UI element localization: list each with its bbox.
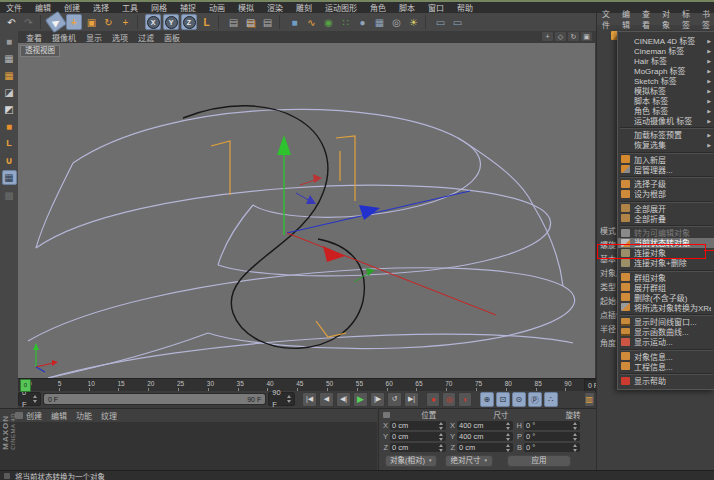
viewport-menu-item[interactable]: 过滤 bbox=[138, 32, 154, 43]
toolbar-separator[interactable] bbox=[40, 15, 44, 29]
toolbar-separator[interactable] bbox=[279, 15, 283, 29]
timeline-range-scrollbar[interactable]: 0 F 90 F bbox=[43, 393, 266, 405]
subdivision-surface-icon[interactable]: ◉ bbox=[321, 15, 336, 30]
menubar-item[interactable]: 模拟 bbox=[238, 2, 254, 13]
menu-simulation-tags[interactable]: 模拟标签 bbox=[618, 85, 714, 95]
timeline-tick[interactable]: 75 bbox=[475, 380, 505, 387]
object-mode-icon[interactable]: ■ bbox=[2, 119, 16, 133]
timeline-tick[interactable]: 55 bbox=[356, 380, 386, 387]
menubar-item[interactable]: 创建 bbox=[64, 2, 80, 13]
edge-mode-icon[interactable]: ◪ bbox=[2, 85, 16, 99]
spinner-icon[interactable] bbox=[33, 395, 37, 403]
menu-show-timeline-window[interactable]: 显示时间线窗口... bbox=[618, 317, 714, 327]
spinner-icon[interactable] bbox=[573, 444, 578, 452]
menu-unfold-all[interactable]: 全部展开 bbox=[618, 203, 714, 213]
timeline-tick[interactable]: 65 bbox=[415, 380, 445, 387]
lock-x-icon[interactable]: X bbox=[145, 14, 161, 30]
viewport-menu-item[interactable]: 查看 bbox=[26, 32, 42, 43]
menu-current-state-to-object[interactable]: 当前状态转对象 bbox=[618, 238, 714, 248]
size-mode-dropdown[interactable]: 绝对尺寸 bbox=[445, 455, 492, 467]
timeline-tick[interactable]: 85 bbox=[535, 380, 565, 387]
mograph-cloner-icon[interactable]: ∷ bbox=[338, 15, 353, 30]
object-manager-menu-item[interactable]: 对象 bbox=[662, 8, 675, 30]
last-tool-icon[interactable]: + bbox=[118, 15, 133, 30]
render-settings-icon[interactable]: ▤ bbox=[260, 15, 275, 30]
menubar-item[interactable]: 角色 bbox=[370, 2, 386, 13]
toolbar-separator[interactable] bbox=[137, 15, 141, 29]
rotation-field[interactable]: 0 ° bbox=[524, 421, 580, 430]
render-picture-viewer-icon[interactable]: ▤ bbox=[243, 15, 258, 30]
lock-z-icon[interactable]: Z bbox=[181, 14, 197, 30]
menubar-item[interactable]: 工具 bbox=[122, 2, 138, 13]
timeline-tick[interactable]: 15 bbox=[117, 380, 147, 387]
keyframe-selection-button[interactable]: ◐ bbox=[458, 392, 472, 407]
primitive-cube-icon[interactable]: ■ bbox=[287, 15, 302, 30]
spinner-icon[interactable] bbox=[506, 422, 511, 430]
timeline-tick[interactable]: 40 bbox=[266, 380, 296, 387]
timeline-tick[interactable]: 50 bbox=[326, 380, 356, 387]
menu-select-children[interactable]: 选择子级 bbox=[618, 179, 714, 189]
polygon-mode-icon[interactable]: ◩ bbox=[2, 102, 16, 116]
timeline-tick[interactable]: 10 bbox=[88, 380, 118, 387]
goto-start-button[interactable]: |◀ bbox=[302, 392, 317, 407]
size-field[interactable]: 400 cm bbox=[457, 421, 513, 430]
goto-end-button[interactable]: ▶| bbox=[404, 392, 419, 407]
position-field[interactable]: 0 cm bbox=[390, 421, 446, 430]
viewport-tab-perspective[interactable]: 透视视图 bbox=[20, 45, 60, 57]
spinner-icon[interactable] bbox=[573, 433, 578, 441]
toolbar-separator[interactable] bbox=[425, 15, 429, 29]
menu-expand-group[interactable]: 展开群组 bbox=[618, 282, 714, 292]
timeline-tick[interactable]: 30 bbox=[207, 380, 237, 387]
timeline-tick[interactable]: 80 bbox=[505, 380, 535, 387]
pan-view-icon[interactable]: + bbox=[542, 32, 553, 41]
zoom-view-icon[interactable]: ◇ bbox=[555, 32, 566, 41]
previous-frame-button[interactable]: ◀| bbox=[336, 392, 351, 407]
menu-group-objects[interactable]: 群组对象 bbox=[618, 272, 714, 282]
key-rotation-toggle[interactable]: ⊙ bbox=[512, 392, 526, 407]
key-parameter-toggle[interactable]: Ⓟ bbox=[528, 392, 542, 407]
redo-icon[interactable]: ↷ bbox=[21, 15, 36, 30]
object-manager-menu-item[interactable]: 标签 bbox=[682, 8, 695, 30]
menu-convert-to-xref[interactable]: 将所选对象转换为XRef bbox=[618, 302, 714, 312]
timeline-options-icon[interactable]: ▥ bbox=[584, 392, 595, 407]
menu-cinema4d-tags[interactable]: CINEMA 4D 标签 bbox=[618, 35, 714, 45]
render-view-icon[interactable]: ▤ bbox=[226, 15, 241, 30]
menu-set-as-root[interactable]: 设为根部 bbox=[618, 189, 714, 199]
coordinate-system-icon[interactable]: L bbox=[199, 15, 214, 30]
lock-y-icon[interactable]: Y bbox=[163, 14, 179, 30]
undo-icon[interactable]: ↶ bbox=[4, 15, 19, 30]
spline-pen-icon[interactable]: ∿ bbox=[304, 15, 319, 30]
menubar-item[interactable]: 动画 bbox=[209, 2, 225, 13]
key-position-toggle[interactable]: ⊕ bbox=[480, 392, 494, 407]
menubar-item[interactable]: 运动图形 bbox=[325, 2, 357, 13]
object-manager-menu-item[interactable]: 文件 bbox=[602, 8, 615, 30]
viewport-canvas[interactable] bbox=[18, 43, 595, 378]
spinner-icon[interactable] bbox=[573, 422, 578, 430]
material-tab[interactable]: 编辑 bbox=[51, 410, 67, 421]
menubar-item[interactable]: 编辑 bbox=[35, 2, 51, 13]
key-pla-toggle[interactable]: ∴ bbox=[544, 392, 558, 407]
window-layout-icon[interactable]: ▭ bbox=[433, 15, 448, 30]
current-frame-field[interactable]: 0 F bbox=[18, 392, 41, 406]
timeline-tick[interactable]: 70 bbox=[445, 380, 475, 387]
timeline-tick[interactable]: 0 bbox=[28, 380, 58, 387]
record-keyframe-button[interactable]: ● bbox=[426, 392, 440, 407]
material-tab[interactable]: 纹理 bbox=[101, 410, 117, 421]
position-field[interactable]: 0 cm bbox=[390, 443, 446, 452]
enable-axis-icon[interactable]: L bbox=[2, 136, 16, 150]
viewport-menu-item[interactable]: 选项 bbox=[112, 32, 128, 43]
menubar-item[interactable]: 帮助 bbox=[457, 2, 473, 13]
menu-mograph-tags[interactable]: MoGraph 标签 bbox=[618, 65, 714, 75]
metaball-icon[interactable]: ● bbox=[355, 15, 370, 30]
menubar-item[interactable]: 渲染 bbox=[267, 2, 283, 13]
window-layout-icon[interactable]: ▭ bbox=[450, 15, 465, 30]
enable-snap-icon[interactable]: ▦ bbox=[2, 170, 17, 185]
timeline-tick[interactable]: 20 bbox=[147, 380, 177, 387]
timeline-tick[interactable]: 25 bbox=[177, 380, 207, 387]
menubar-item[interactable]: 雕刻 bbox=[296, 2, 312, 13]
points-mode-icon[interactable]: ▦ bbox=[2, 68, 16, 82]
current-frame-marker[interactable]: 0 bbox=[20, 379, 31, 392]
menu-show-fcurve[interactable]: 显示函数曲线... bbox=[618, 327, 714, 337]
viewport-menu-item[interactable]: 显示 bbox=[86, 32, 102, 43]
coordinate-mode-dropdown[interactable]: 对象(相对) bbox=[385, 455, 437, 467]
